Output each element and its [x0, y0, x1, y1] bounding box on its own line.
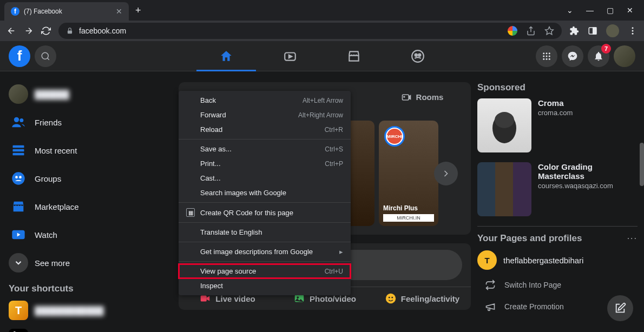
sidebar-item-friends[interactable]: Friends: [4, 108, 174, 136]
groups-icon: [9, 169, 28, 188]
extensions-icon[interactable]: [569, 26, 579, 36]
share-icon[interactable]: [526, 26, 536, 36]
friends-icon: [9, 112, 28, 132]
svg-point-12: [543, 52, 544, 54]
nav-home[interactable]: [196, 41, 256, 71]
context-menu-item[interactable]: Inspect: [179, 278, 351, 293]
sidebar-item-watch[interactable]: Watch: [4, 221, 174, 249]
watch-icon: [9, 225, 28, 244]
sponsored-item-grading[interactable]: Color Grading Masterclass courses.waqasq…: [477, 162, 638, 216]
sidebar-item-label: Marketplace: [35, 202, 79, 211]
context-menu-item[interactable]: Print...Ctrl+P: [179, 156, 351, 171]
context-menu-shortcut: Ctrl+S: [325, 145, 343, 153]
facebook-logo[interactable]: f: [9, 45, 30, 67]
forward-button[interactable]: [24, 26, 34, 36]
sidebar-item-groups[interactable]: Groups: [4, 164, 174, 192]
page-item[interactable]: T theflabbergastedbihari: [477, 246, 638, 274]
browser-titlebar: f (7) Facebook ✕ + ⌄ — ▢ ✕: [0, 0, 644, 21]
context-menu-item[interactable]: View page sourceCtrl+U: [179, 264, 351, 278]
new-tab-button[interactable]: +: [135, 5, 141, 16]
reading-list-icon[interactable]: [588, 26, 597, 36]
reload-button[interactable]: [41, 26, 51, 36]
svg-point-14: [549, 52, 550, 54]
back-button[interactable]: [6, 26, 16, 36]
sponsored-item-croma[interactable]: Croma croma.com: [477, 98, 638, 152]
window-dropdown-icon[interactable]: ⌄: [567, 6, 573, 15]
context-menu-label: Search images with Google: [200, 189, 286, 197]
switch-into-page[interactable]: Switch Into Page: [477, 274, 638, 296]
context-menu-item[interactable]: Search images with Google: [179, 185, 351, 200]
sidebar-item-recent[interactable]: Most recent: [4, 136, 174, 164]
context-menu-label: View page source: [200, 267, 256, 275]
browser-tab[interactable]: f (7) Facebook ✕: [4, 2, 129, 21]
svg-point-36: [297, 296, 299, 298]
submenu-arrow-icon: ▸: [339, 248, 343, 256]
shortcut-item-8ball[interactable]: 8 Ball Pool: [4, 324, 174, 332]
notifications-button[interactable]: 7: [588, 45, 609, 67]
context-menu-shortcut: Ctrl+R: [325, 126, 343, 134]
context-menu-item[interactable]: ForwardAlt+Right Arrow: [179, 108, 351, 122]
svg-marker-1: [546, 27, 554, 35]
window-minimize-icon[interactable]: —: [586, 6, 594, 15]
context-menu-item[interactable]: ReloadCtrl+R: [179, 122, 351, 137]
search-button[interactable]: [35, 45, 56, 67]
marketplace-icon: [9, 197, 28, 216]
nav-watch[interactable]: [260, 41, 320, 71]
profile-avatar[interactable]: [614, 45, 635, 67]
context-menu-separator: [179, 222, 351, 223]
recent-icon: [9, 141, 28, 160]
url-text: facebook.com: [79, 26, 126, 35]
sponsor-image: [477, 162, 531, 216]
context-menu-shortcut: Ctrl+U: [325, 268, 343, 275]
sidebar-profile[interactable]: ██████: [4, 80, 174, 108]
nav-groups[interactable]: [388, 41, 448, 71]
window-maximize-icon[interactable]: ▢: [607, 6, 614, 15]
facebook-favicon: f: [11, 7, 19, 16]
context-menu-item[interactable]: Translate to English: [179, 225, 351, 240]
bookmark-star-icon[interactable]: [544, 26, 554, 36]
svg-point-28: [19, 176, 22, 178]
more-icon[interactable]: ···: [627, 234, 638, 243]
svg-point-9: [412, 50, 424, 62]
browser-address-bar: facebook.com: [0, 21, 644, 41]
switch-icon: [483, 277, 498, 293]
svg-point-27: [15, 176, 18, 178]
sponsor-subtitle: croma.com: [538, 109, 573, 117]
divider: [477, 226, 638, 227]
context-menu-label: Save as...: [200, 145, 232, 153]
svg-point-22: [19, 118, 23, 122]
context-menu-item[interactable]: Get image descriptions from Google▸: [179, 244, 351, 259]
story-card[interactable]: MIRCHI MIRCHI.IN Mirchi Plus: [379, 121, 438, 226]
context-menu-separator: [179, 242, 351, 242]
stories-next-button[interactable]: [434, 162, 458, 185]
context-menu-label: Back: [200, 96, 216, 104]
page-avatar: T: [477, 250, 497, 270]
svg-point-16: [546, 55, 548, 57]
browser-profile-avatar[interactable]: [606, 24, 619, 37]
svg-rect-24: [13, 149, 24, 152]
composer-feeling[interactable]: Feeling/activity: [373, 287, 471, 310]
menu-grid-button[interactable]: [536, 45, 557, 67]
scrollbar[interactable]: [640, 143, 644, 186]
tab-close-icon[interactable]: ✕: [116, 7, 122, 16]
messenger-button[interactable]: [562, 45, 583, 67]
context-menu-item[interactable]: ▦Create QR Code for this page: [179, 205, 351, 220]
tab-rooms[interactable]: Rooms: [373, 82, 471, 112]
window-close-icon[interactable]: ✕: [627, 6, 633, 15]
google-icon[interactable]: [508, 26, 517, 36]
tab-label: Rooms: [416, 92, 444, 102]
svg-point-7: [42, 52, 48, 59]
edit-fab[interactable]: [607, 295, 633, 321]
sponsor-title: Color Grading Masterclass: [538, 162, 638, 181]
context-menu-item[interactable]: Save as...Ctrl+S: [179, 142, 351, 156]
browser-menu-icon[interactable]: [628, 26, 638, 36]
nav-marketplace[interactable]: [324, 41, 384, 71]
sidebar-right: Sponsored Croma croma.com Color Grading …: [471, 71, 644, 332]
context-menu-item[interactable]: Cast...: [179, 171, 351, 185]
context-menu-item[interactable]: BackAlt+Left Arrow: [179, 93, 351, 108]
sidebar-item-see-more[interactable]: See more: [4, 249, 174, 277]
shortcut-item-1[interactable]: T ████████████: [4, 296, 174, 324]
sidebar-item-marketplace[interactable]: Marketplace: [4, 192, 174, 221]
context-menu: BackAlt+Left ArrowForwardAlt+Right Arrow…: [179, 91, 351, 295]
url-box[interactable]: facebook.com: [58, 23, 562, 39]
